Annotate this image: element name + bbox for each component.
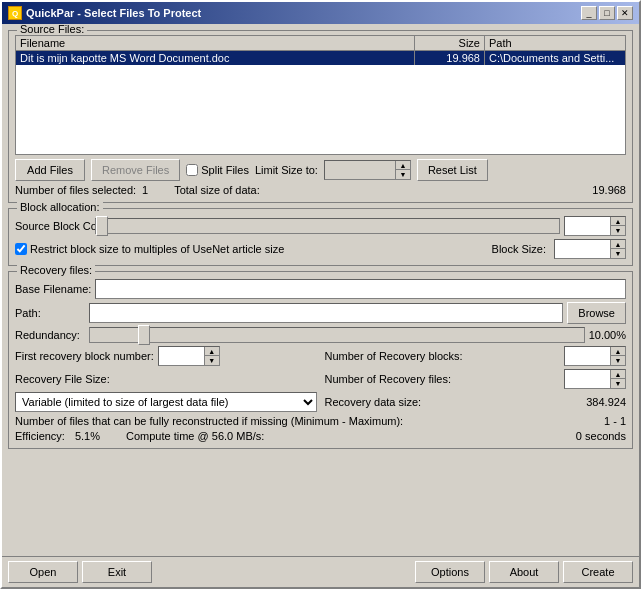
source-block-count-row: Source Block Count: 1 ▲ ▼ xyxy=(15,216,626,236)
maximize-button[interactable]: □ xyxy=(599,6,615,20)
num-recovery-files-right: Number of Recovery files: 1 ▲ ▼ xyxy=(325,369,627,389)
window-title: QuickPar - Select Files To Protect xyxy=(26,7,201,19)
restrict-block-row: Restrict block size to multiples of UseN… xyxy=(15,239,626,259)
browse-button[interactable]: Browse xyxy=(567,302,626,324)
title-bar-left: Q QuickPar - Select Files To Protect xyxy=(8,6,201,20)
limit-size-spinner[interactable]: 15.000.000 ▲ ▼ xyxy=(324,160,411,180)
limit-size-input: 15.000.000 xyxy=(325,161,395,179)
first-recovery-left: First recovery block number: 0 ▲ ▼ xyxy=(15,346,317,366)
main-content: Source Files: Filename Size Path Dit is … xyxy=(2,24,639,556)
remove-files-button[interactable]: Remove Files xyxy=(91,159,180,181)
efficiency-row: Efficiency: 5.1% Compute time @ 56.0 MB/… xyxy=(15,430,626,442)
source-block-up[interactable]: ▲ xyxy=(611,217,625,226)
options-button[interactable]: Options xyxy=(415,561,485,583)
block-allocation-title: Block allocation: xyxy=(17,201,103,213)
base-filename-row: Base Filename: Dit is mijn kapotte MS Wo… xyxy=(15,279,626,299)
base-filename-label: Base Filename: xyxy=(15,283,91,295)
redundancy-slider[interactable] xyxy=(89,327,585,343)
block-size-label: Block Size: xyxy=(492,243,546,255)
file-table[interactable]: Filename Size Path Dit is mijn kapotte M… xyxy=(15,35,626,155)
limit-size-label: Limit Size to: xyxy=(255,164,318,176)
restrict-block-checkbox[interactable] xyxy=(15,243,27,255)
split-files-checkbox-label[interactable]: Split Files xyxy=(186,164,249,176)
limit-size-down[interactable]: ▼ xyxy=(396,170,410,179)
num-recovery-blocks-spinner[interactable]: 1 ▲ ▼ xyxy=(564,346,626,366)
num-recovery-files-up[interactable]: ▲ xyxy=(611,370,625,379)
minimize-button[interactable]: _ xyxy=(581,6,597,20)
source-block-slider-container xyxy=(95,218,560,234)
base-filename-input[interactable]: Dit is mijn kapotte MS Word Document.doc xyxy=(95,279,626,299)
recovery-size-row: Recovery File Size: Number of Recovery f… xyxy=(15,369,626,389)
first-recovery-input[interactable]: 0 xyxy=(159,347,204,365)
limit-size-up[interactable]: ▲ xyxy=(396,161,410,170)
block-size-up[interactable]: ▲ xyxy=(611,240,625,249)
num-recovery-files-input[interactable]: 1 xyxy=(565,370,610,388)
close-button[interactable]: ✕ xyxy=(617,6,633,20)
main-window: Q QuickPar - Select Files To Protect _ □… xyxy=(0,0,641,589)
recovery-data-size-right: Recovery data size: 384.924 xyxy=(325,396,627,408)
source-files-group: Source Files: Filename Size Path Dit is … xyxy=(8,30,633,203)
num-recovery-blocks-right: Number of Recovery blocks: 1 ▲ ▼ xyxy=(325,346,627,366)
variable-select[interactable]: Variable (limited to size of largest dat… xyxy=(15,392,317,412)
redundancy-value: 10.00% xyxy=(589,329,626,341)
recovery-blocks-row: First recovery block number: 0 ▲ ▼ Numbe… xyxy=(15,346,626,366)
block-size-down[interactable]: ▼ xyxy=(611,249,625,258)
redundancy-slider-container xyxy=(89,327,585,343)
num-recovery-blocks-up[interactable]: ▲ xyxy=(611,347,625,356)
about-button[interactable]: About xyxy=(489,561,559,583)
file-size: 19.968 xyxy=(415,51,485,65)
num-recovery-blocks-arrows: ▲ ▼ xyxy=(610,347,625,365)
num-recovery-files-label: Number of Recovery files: xyxy=(325,373,452,385)
restrict-block-text: Restrict block size to multiples of UseN… xyxy=(30,243,284,255)
info-row: Number of files selected: 1 Total size o… xyxy=(15,184,626,196)
footer-left: Open Exit xyxy=(8,561,152,583)
create-button[interactable]: Create xyxy=(563,561,633,583)
compute-time-label: Compute time @ 56.0 MB/s: xyxy=(126,430,264,442)
app-icon: Q xyxy=(8,6,22,20)
title-bar-buttons: _ □ ✕ xyxy=(581,6,633,20)
file-filename: Dit is mijn kapotte MS Word Document.doc xyxy=(16,51,415,65)
min-max-row: Number of files that can be fully recons… xyxy=(15,415,626,427)
source-block-input[interactable]: 1 xyxy=(565,217,610,235)
source-block-count-label: Source Block Count: xyxy=(15,220,91,232)
efficiency-value: 5.1% xyxy=(75,430,100,442)
source-block-arrows: ▲ ▼ xyxy=(610,217,625,235)
add-files-button[interactable]: Add Files xyxy=(15,159,85,181)
source-buttons-row: Add Files Remove Files Split Files Limit… xyxy=(15,159,626,181)
path-label: Path: xyxy=(15,307,85,319)
split-files-checkbox[interactable] xyxy=(186,164,198,176)
num-recovery-blocks-down[interactable]: ▼ xyxy=(611,356,625,365)
recovery-files-title: Recovery files: xyxy=(17,264,95,276)
source-block-slider[interactable] xyxy=(95,218,560,234)
source-block-spinner[interactable]: 1 ▲ ▼ xyxy=(564,216,626,236)
footer-right: Options About Create xyxy=(415,561,633,583)
num-recovery-files-spinner[interactable]: 1 ▲ ▼ xyxy=(564,369,626,389)
files-selected-value: 1 xyxy=(142,184,148,196)
num-recovery-blocks-input[interactable]: 1 xyxy=(565,347,610,365)
reset-list-button[interactable]: Reset List xyxy=(417,159,488,181)
first-recovery-spinner[interactable]: 0 ▲ ▼ xyxy=(158,346,220,366)
files-selected-label: Number of files selected: xyxy=(15,184,136,196)
open-button[interactable]: Open xyxy=(8,561,78,583)
source-block-down[interactable]: ▼ xyxy=(611,226,625,235)
exit-button[interactable]: Exit xyxy=(82,561,152,583)
first-recovery-label: First recovery block number: xyxy=(15,350,154,362)
redundancy-row: Redundancy: 10.00% xyxy=(15,327,626,343)
num-recovery-files-down[interactable]: ▼ xyxy=(611,379,625,388)
recovery-file-size-left: Recovery File Size: xyxy=(15,373,317,385)
first-recovery-down[interactable]: ▼ xyxy=(205,356,219,365)
block-size-spinner[interactable]: 384.000 ▲ ▼ xyxy=(554,239,626,259)
first-recovery-arrows: ▲ ▼ xyxy=(204,347,219,365)
source-files-title: Source Files: xyxy=(17,24,87,35)
restrict-block-label[interactable]: Restrict block size to multiples of UseN… xyxy=(15,243,284,255)
file-path: C:\Documents and Setti... xyxy=(485,51,625,65)
recovery-data-size-value: 384.924 xyxy=(586,396,626,408)
first-recovery-up[interactable]: ▲ xyxy=(205,347,219,356)
recovery-files-group: Recovery files: Base Filename: Dit is mi… xyxy=(8,271,633,449)
block-size-input[interactable]: 384.000 xyxy=(555,240,610,258)
title-bar: Q QuickPar - Select Files To Protect _ □… xyxy=(2,2,639,24)
table-row[interactable]: Dit is mijn kapotte MS Word Document.doc… xyxy=(16,51,625,65)
variable-row: Variable (limited to size of largest dat… xyxy=(15,392,626,412)
split-files-label: Split Files xyxy=(201,164,249,176)
path-input[interactable]: C:\Documents and Settings\jp\My Document… xyxy=(89,303,563,323)
